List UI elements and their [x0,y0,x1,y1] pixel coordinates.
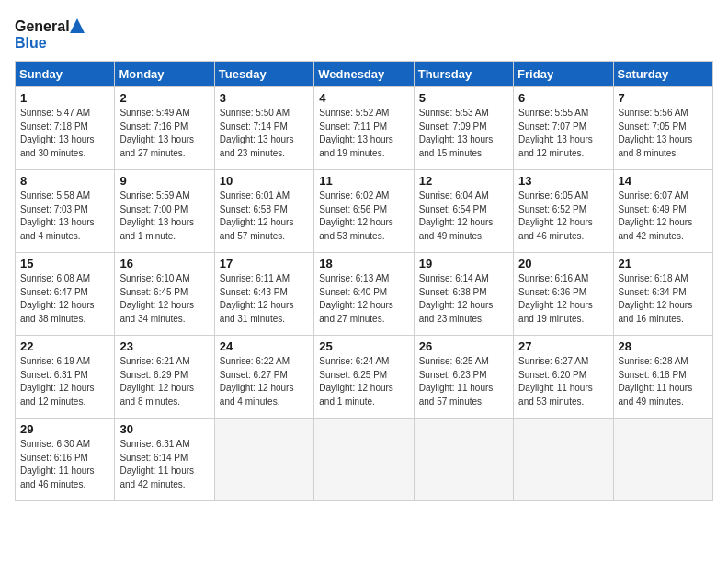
day-number: 12 [419,174,508,188]
day-number: 15 [20,257,109,270]
calendar-cell [414,419,513,501]
calendar-cell: 1Sunrise: 5:47 AM Sunset: 7:18 PM Daylig… [16,87,115,170]
day-number: 14 [619,174,708,188]
calendar-cell: 30Sunrise: 6:31 AM Sunset: 6:14 PM Dayli… [115,419,214,501]
day-info: Sunrise: 6:18 AM Sunset: 6:34 PM Dayligh… [619,272,708,326]
calendar-cell: 26Sunrise: 6:25 AM Sunset: 6:23 PM Dayli… [414,336,513,419]
calendar-header-saturday: Saturday [613,62,712,87]
calendar-cell: 12Sunrise: 6:04 AM Sunset: 6:54 PM Dayli… [414,170,513,253]
day-number: 6 [518,91,608,105]
logo-icon: GeneralBlue [15,15,88,52]
calendar-cell: 8Sunrise: 5:58 AM Sunset: 7:03 PM Daylig… [16,170,115,253]
day-info: Sunrise: 6:21 AM Sunset: 6:29 PM Dayligh… [119,355,209,408]
calendar-header-wednesday: Wednesday [314,62,414,87]
day-number: 7 [619,91,708,105]
calendar-header-monday: Monday [115,62,214,87]
day-number: 24 [220,339,309,353]
calendar-cell: 27Sunrise: 6:27 AM Sunset: 6:20 PM Dayli… [514,336,613,419]
calendar-cell: 16Sunrise: 6:10 AM Sunset: 6:45 PM Dayli… [115,253,214,336]
calendar-cell: 2Sunrise: 5:49 AM Sunset: 7:16 PM Daylig… [115,87,214,170]
day-number: 1 [20,91,109,105]
day-info: Sunrise: 6:13 AM Sunset: 6:40 PM Dayligh… [319,272,408,326]
day-info: Sunrise: 5:52 AM Sunset: 7:11 PM Dayligh… [319,107,408,160]
calendar-header-tuesday: Tuesday [214,62,313,87]
day-info: Sunrise: 5:56 AM Sunset: 7:05 PM Dayligh… [619,107,708,160]
day-info: Sunrise: 5:53 AM Sunset: 7:09 PM Dayligh… [419,107,508,160]
week-row-4: 29Sunrise: 6:30 AM Sunset: 6:16 PM Dayli… [16,419,713,501]
calendar-cell: 25Sunrise: 6:24 AM Sunset: 6:25 PM Dayli… [314,336,414,419]
calendar-cell: 24Sunrise: 6:22 AM Sunset: 6:27 PM Dayli… [214,336,313,419]
day-number: 13 [518,174,608,188]
day-info: Sunrise: 6:25 AM Sunset: 6:23 PM Dayligh… [419,355,508,408]
calendar-cell: 17Sunrise: 6:11 AM Sunset: 6:43 PM Dayli… [214,253,313,336]
day-number: 4 [319,91,408,105]
day-info: Sunrise: 6:08 AM Sunset: 6:47 PM Dayligh… [20,272,109,326]
day-info: Sunrise: 5:49 AM Sunset: 7:16 PM Dayligh… [119,107,209,160]
calendar-cell: 21Sunrise: 6:18 AM Sunset: 6:34 PM Dayli… [613,253,712,336]
day-info: Sunrise: 6:22 AM Sunset: 6:27 PM Dayligh… [220,355,309,408]
calendar-table: SundayMondayTuesdayWednesdayThursdayFrid… [15,61,713,501]
calendar-header-row: SundayMondayTuesdayWednesdayThursdayFrid… [16,62,713,87]
calendar-cell: 9Sunrise: 5:59 AM Sunset: 7:00 PM Daylig… [115,170,214,253]
day-number: 11 [319,174,408,188]
day-number: 26 [419,339,508,353]
day-info: Sunrise: 6:30 AM Sunset: 6:16 PM Dayligh… [20,438,109,491]
day-info: Sunrise: 6:10 AM Sunset: 6:45 PM Dayligh… [119,272,209,326]
calendar-cell: 6Sunrise: 5:55 AM Sunset: 7:07 PM Daylig… [514,87,613,170]
week-row-0: 1Sunrise: 5:47 AM Sunset: 7:18 PM Daylig… [16,87,713,170]
day-info: Sunrise: 6:24 AM Sunset: 6:25 PM Dayligh… [319,355,408,408]
day-number: 27 [518,339,608,353]
calendar-cell: 11Sunrise: 6:02 AM Sunset: 6:56 PM Dayli… [314,170,414,253]
svg-marker-2 [70,18,85,33]
day-number: 30 [119,422,209,436]
day-number: 2 [119,91,209,105]
day-info: Sunrise: 5:47 AM Sunset: 7:18 PM Dayligh… [20,107,109,160]
calendar-cell: 19Sunrise: 6:14 AM Sunset: 6:38 PM Dayli… [414,253,513,336]
calendar-cell [314,419,414,501]
calendar-cell: 10Sunrise: 6:01 AM Sunset: 6:58 PM Dayli… [214,170,313,253]
week-row-1: 8Sunrise: 5:58 AM Sunset: 7:03 PM Daylig… [16,170,713,253]
day-number: 22 [20,339,109,353]
calendar-cell: 23Sunrise: 6:21 AM Sunset: 6:29 PM Dayli… [115,336,214,419]
calendar-cell: 14Sunrise: 6:07 AM Sunset: 6:49 PM Dayli… [613,170,712,253]
calendar-cell: 28Sunrise: 6:28 AM Sunset: 6:18 PM Dayli… [613,336,712,419]
day-number: 17 [220,257,309,270]
day-info: Sunrise: 6:02 AM Sunset: 6:56 PM Dayligh… [319,190,408,243]
day-number: 21 [619,257,708,270]
calendar-cell: 13Sunrise: 6:05 AM Sunset: 6:52 PM Dayli… [514,170,613,253]
day-info: Sunrise: 6:01 AM Sunset: 6:58 PM Dayligh… [220,190,309,243]
calendar-header-friday: Friday [514,62,613,87]
calendar-cell: 7Sunrise: 5:56 AM Sunset: 7:05 PM Daylig… [613,87,712,170]
day-info: Sunrise: 6:11 AM Sunset: 6:43 PM Dayligh… [220,272,309,326]
day-number: 23 [119,339,209,353]
day-info: Sunrise: 5:55 AM Sunset: 7:07 PM Dayligh… [518,107,608,160]
day-number: 19 [419,257,508,270]
calendar-cell [214,419,313,501]
calendar-cell: 29Sunrise: 6:30 AM Sunset: 6:16 PM Dayli… [16,419,115,501]
day-number: 25 [319,339,408,353]
calendar-header-thursday: Thursday [414,62,513,87]
day-info: Sunrise: 5:59 AM Sunset: 7:00 PM Dayligh… [119,190,209,243]
day-info: Sunrise: 6:05 AM Sunset: 6:52 PM Dayligh… [518,190,608,243]
page-header: GeneralBlue [15,15,713,52]
day-info: Sunrise: 5:58 AM Sunset: 7:03 PM Dayligh… [20,190,109,243]
day-info: Sunrise: 6:16 AM Sunset: 6:36 PM Dayligh… [518,272,608,326]
svg-text:General: General [15,18,70,34]
week-row-3: 22Sunrise: 6:19 AM Sunset: 6:31 PM Dayli… [16,336,713,419]
day-number: 18 [319,257,408,270]
calendar-cell [613,419,712,501]
calendar-header-sunday: Sunday [16,62,115,87]
calendar-cell: 18Sunrise: 6:13 AM Sunset: 6:40 PM Dayli… [314,253,414,336]
svg-text:Blue: Blue [15,35,47,51]
calendar-cell: 4Sunrise: 5:52 AM Sunset: 7:11 PM Daylig… [314,87,414,170]
day-info: Sunrise: 6:28 AM Sunset: 6:18 PM Dayligh… [619,355,708,408]
calendar-cell: 20Sunrise: 6:16 AM Sunset: 6:36 PM Dayli… [514,253,613,336]
day-number: 8 [20,174,109,188]
day-number: 10 [220,174,309,188]
day-info: Sunrise: 5:50 AM Sunset: 7:14 PM Dayligh… [220,107,309,160]
calendar-cell: 15Sunrise: 6:08 AM Sunset: 6:47 PM Dayli… [16,253,115,336]
day-info: Sunrise: 6:04 AM Sunset: 6:54 PM Dayligh… [419,190,508,243]
week-row-2: 15Sunrise: 6:08 AM Sunset: 6:47 PM Dayli… [16,253,713,336]
day-number: 16 [119,257,209,270]
day-info: Sunrise: 6:19 AM Sunset: 6:31 PM Dayligh… [20,355,109,408]
